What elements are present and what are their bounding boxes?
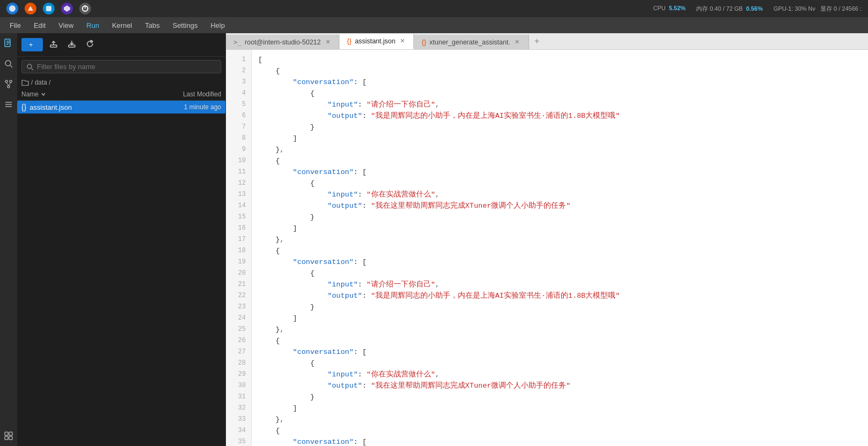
column-name[interactable]: Name <box>21 90 152 98</box>
tab-terminal-label: root@intern-studio-50212 <box>245 39 321 46</box>
refresh-button[interactable] <box>82 37 97 52</box>
column-modified: Last Modified <box>152 90 221 98</box>
line-number: 35 <box>226 436 251 446</box>
breadcrumb: / data / <box>17 77 225 88</box>
tab-terminal[interactable]: >_ root@intern-studio-50212 ✕ <box>226 35 339 49</box>
line-number: 6 <box>226 110 251 122</box>
file-date: 1 minute ago <box>152 103 221 111</box>
code-line[interactable]: }, <box>258 234 868 245</box>
code-line[interactable]: "input": "请介绍一下你自己", <box>258 279 868 290</box>
menu-file[interactable]: File <box>4 19 26 32</box>
code-line[interactable]: "output": "我在这里帮助周辉同志完成XTuner微调个人小助手的任务" <box>258 380 868 391</box>
sidebar-icon-git[interactable] <box>3 78 14 90</box>
code-line[interactable]: }, <box>258 324 868 335</box>
code-line[interactable]: "output": "我是周辉同志的小助手，内在是上海AI实验室书生·浦语的1.… <box>258 110 868 122</box>
tab-assistant-label: assistant.json <box>355 37 396 45</box>
code-line[interactable]: "conversation": [ <box>258 167 868 178</box>
menu-help[interactable]: Help <box>205 19 230 32</box>
code-line[interactable]: }, <box>258 144 868 155</box>
search-input[interactable] <box>37 63 216 71</box>
search-box[interactable] <box>21 60 221 73</box>
code-line[interactable]: ] <box>258 313 868 324</box>
app-icon-blue[interactable] <box>6 3 18 14</box>
line-number: 33 <box>226 414 251 425</box>
menu-settings[interactable]: Settings <box>167 19 203 32</box>
code-line[interactable]: "conversation": [ <box>258 77 868 88</box>
menu-edit[interactable]: Edit <box>28 19 51 32</box>
sidebar-icon-menu[interactable] <box>3 99 14 110</box>
code-content[interactable]: [ { "conversation": [ { "input": "请介绍一下你… <box>252 50 868 446</box>
line-number: 32 <box>226 403 251 414</box>
code-line[interactable]: ] <box>258 223 868 234</box>
svg-line-11 <box>10 65 12 67</box>
code-line[interactable]: ] <box>258 403 868 414</box>
svg-rect-9 <box>6 44 9 45</box>
file-name: assistant.json <box>29 103 152 111</box>
code-line[interactable]: "conversation": [ <box>258 256 868 268</box>
line-number: 31 <box>226 391 251 403</box>
code-line[interactable]: { <box>258 178 868 189</box>
app-icon-blue2[interactable] <box>43 3 55 14</box>
tab-xtuner-close[interactable]: ✕ <box>514 39 521 46</box>
editor-area: >_ root@intern-studio-50212 ✕ {} assista… <box>226 33 868 446</box>
tab-assistant-close[interactable]: ✕ <box>398 37 406 45</box>
code-line[interactable]: { <box>258 245 868 256</box>
code-line[interactable]: } <box>258 301 868 313</box>
svg-rect-7 <box>6 41 10 42</box>
code-line[interactable]: { <box>258 65 868 77</box>
code-editor[interactable]: 1234567891011121314151617181920212223242… <box>226 50 868 446</box>
line-number: 22 <box>226 290 251 301</box>
code-line[interactable]: { <box>258 155 868 167</box>
line-number: 4 <box>226 88 251 99</box>
line-number: 1 <box>226 54 251 65</box>
code-line[interactable]: { <box>258 88 868 99</box>
code-line[interactable]: { <box>258 268 868 279</box>
code-line[interactable]: "conversation": [ <box>258 436 868 446</box>
code-line[interactable]: } <box>258 122 868 133</box>
code-line[interactable]: "input": "你在实战营做什么", <box>258 369 868 380</box>
cpu-stat: CPU 5.52% <box>653 5 686 13</box>
code-line[interactable]: "conversation": [ <box>258 346 868 358</box>
svg-point-14 <box>7 86 10 88</box>
svg-rect-24 <box>50 45 57 47</box>
new-button[interactable]: + <box>21 38 43 51</box>
app-icon-orange[interactable] <box>25 3 36 14</box>
menu-tabs[interactable]: Tabs <box>140 19 165 32</box>
svg-rect-2 <box>46 6 51 11</box>
menu-kernel[interactable]: Kernel <box>107 19 138 32</box>
svg-point-13 <box>10 80 12 82</box>
tab-terminal-close[interactable]: ✕ <box>324 39 331 46</box>
tab-xtuner-icon: {} <box>421 38 426 46</box>
tab-assistant[interactable]: {} assistant.json ✕ <box>339 34 414 49</box>
menu-run[interactable]: Run <box>81 19 104 32</box>
menu-view[interactable]: View <box>53 19 79 32</box>
sidebar-icon-extensions[interactable] <box>3 430 14 442</box>
upload-button[interactable] <box>46 37 61 52</box>
sidebar-icon-files[interactable] <box>3 37 14 49</box>
svg-rect-20 <box>5 432 8 435</box>
line-number: 8 <box>226 133 251 144</box>
tab-xtuner-label: xtuner_generate_assistant. <box>429 39 510 46</box>
file-item[interactable]: {} assistant.json 1 minute ago <box>17 101 225 114</box>
code-line[interactable]: { <box>258 335 868 346</box>
app-icon-purple[interactable] <box>61 3 73 14</box>
code-line[interactable]: ] <box>258 133 868 144</box>
download-button[interactable] <box>64 37 79 52</box>
code-line[interactable]: { <box>258 425 868 436</box>
code-line[interactable]: } <box>258 211 868 223</box>
code-line[interactable]: }, <box>258 414 868 425</box>
app-icon-gray[interactable] <box>79 3 91 14</box>
code-line[interactable]: "output": "我是周辉同志的小助手，内在是上海AI实验室书生·浦语的1.… <box>258 290 868 301</box>
code-line[interactable]: { <box>258 358 868 369</box>
svg-rect-26 <box>69 45 75 47</box>
code-line[interactable]: } <box>258 391 868 403</box>
code-line[interactable]: [ <box>258 54 868 65</box>
tab-xtuner[interactable]: {} xtuner_generate_assistant. ✕ <box>414 35 529 49</box>
line-number: 11 <box>226 167 251 178</box>
line-number: 15 <box>226 211 251 223</box>
add-tab-button[interactable]: + <box>529 33 545 49</box>
code-line[interactable]: "output": "我在这里帮助周辉同志完成XTuner微调个人小助手的任务" <box>258 200 868 211</box>
sidebar-icon-search[interactable] <box>3 58 14 70</box>
code-line[interactable]: "input": "你在实战营做什么", <box>258 189 868 200</box>
code-line[interactable]: "input": "请介绍一下你自己", <box>258 99 868 110</box>
